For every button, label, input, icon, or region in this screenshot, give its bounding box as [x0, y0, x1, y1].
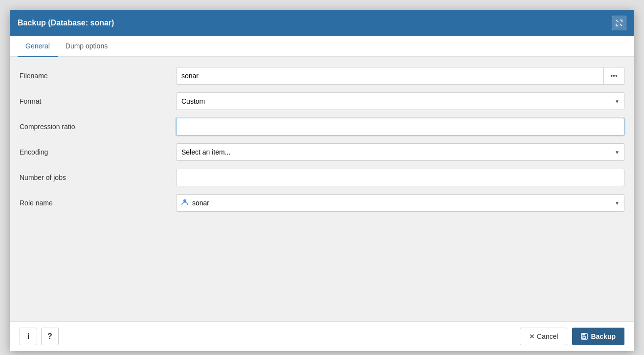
filename-label: Filename: [20, 72, 176, 80]
backup-button[interactable]: Backup: [572, 328, 624, 345]
number-of-jobs-control: [176, 169, 624, 186]
role-name-row: Role name sonar: [20, 194, 624, 212]
number-of-jobs-row: Number of jobs: [20, 169, 624, 186]
encoding-row: Encoding Select an item...: [20, 143, 624, 161]
format-select[interactable]: Custom Plain Directory Tar: [176, 92, 624, 110]
backup-dialog: Backup (Database: sonar) General Dump op…: [10, 10, 634, 351]
format-control: Custom Plain Directory Tar: [176, 92, 624, 110]
number-of-jobs-input[interactable]: [176, 169, 624, 186]
backup-label-text: Backup: [591, 333, 616, 340]
encoding-select[interactable]: Select an item...: [176, 143, 624, 161]
role-name-select[interactable]: sonar: [176, 194, 624, 212]
dialog-footer: i ? ✕ Cancel Backup: [10, 321, 634, 351]
format-label: Format: [20, 97, 176, 105]
backup-save-icon: [581, 333, 588, 340]
compression-ratio-row: Compression ratio: [20, 118, 624, 135]
info-button[interactable]: i: [20, 328, 37, 345]
tab-bar: General Dump options: [10, 36, 634, 57]
filename-control: •••: [176, 67, 624, 85]
compression-ratio-label: Compression ratio: [20, 123, 176, 131]
expand-button[interactable]: [612, 16, 626, 30]
svg-rect-4: [583, 337, 585, 338]
filename-input-group: •••: [176, 67, 624, 85]
footer-right-buttons: ✕ Cancel Backup: [520, 328, 624, 345]
role-name-select-wrap: sonar: [176, 194, 624, 212]
role-name-control: sonar: [176, 194, 624, 212]
footer-left-buttons: i ?: [20, 328, 59, 345]
form-content: Filename ••• Format Custom Plain Direc: [10, 57, 634, 321]
encoding-control: Select an item...: [176, 143, 624, 161]
role-name-dropdown-wrap: sonar: [176, 194, 624, 212]
role-name-label: Role name: [20, 199, 176, 207]
compression-ratio-input[interactable]: [176, 118, 624, 135]
filename-ellipsis-button[interactable]: •••: [604, 67, 624, 85]
format-row: Format Custom Plain Directory Tar: [20, 92, 624, 110]
expand-icon: [616, 20, 622, 26]
dialog-title: Backup (Database: sonar): [18, 19, 114, 27]
number-of-jobs-label: Number of jobs: [20, 174, 176, 181]
tab-general[interactable]: General: [18, 36, 58, 57]
encoding-label: Encoding: [20, 148, 176, 156]
compression-ratio-control: [176, 118, 624, 135]
svg-rect-2: [582, 333, 585, 335]
tab-dump-options[interactable]: Dump options: [58, 36, 115, 57]
filename-input[interactable]: [176, 67, 604, 85]
format-select-wrap: Custom Plain Directory Tar: [176, 92, 624, 110]
dialog-header: Backup (Database: sonar): [10, 10, 634, 36]
help-button[interactable]: ?: [41, 328, 59, 345]
filename-row: Filename •••: [20, 67, 624, 85]
cancel-button[interactable]: ✕ Cancel: [520, 328, 567, 345]
encoding-select-wrap: Select an item...: [176, 143, 624, 161]
